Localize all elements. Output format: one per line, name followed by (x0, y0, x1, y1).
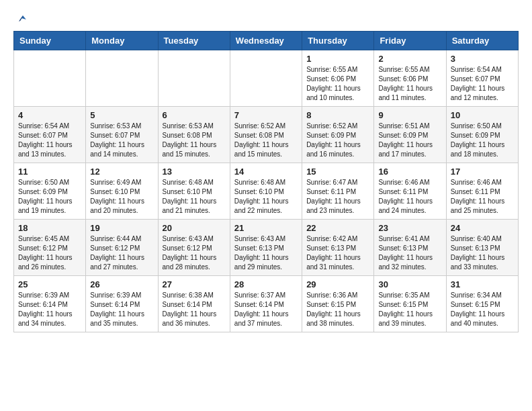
day-info: Sunrise: 6:53 AM Sunset: 6:08 PM Dayligh… (163, 122, 226, 159)
day-info: Sunrise: 6:52 AM Sunset: 6:09 PM Dayligh… (306, 122, 369, 159)
day-info: Sunrise: 6:51 AM Sunset: 6:09 PM Dayligh… (378, 122, 441, 159)
day-info: Sunrise: 6:35 AM Sunset: 6:15 PM Dayligh… (378, 291, 441, 328)
day-header-saturday: Saturday (446, 32, 518, 50)
day-info: Sunrise: 6:41 AM Sunset: 6:13 PM Dayligh… (378, 234, 441, 272)
day-header-friday: Friday (374, 32, 446, 50)
day-info: Sunrise: 6:47 AM Sunset: 6:11 PM Dayligh… (306, 178, 369, 216)
day-number: 30 (378, 279, 441, 289)
day-info: Sunrise: 6:43 AM Sunset: 6:13 PM Dayligh… (234, 234, 298, 272)
calendar-cell: 6Sunrise: 6:53 AM Sunset: 6:08 PM Daylig… (158, 107, 230, 163)
day-info: Sunrise: 6:39 AM Sunset: 6:14 PM Dayligh… (18, 291, 81, 328)
day-info: Sunrise: 6:48 AM Sunset: 6:10 PM Dayligh… (163, 178, 226, 216)
calendar-cell: 24Sunrise: 6:40 AM Sunset: 6:13 PM Dayli… (446, 220, 518, 276)
day-number: 1 (306, 54, 369, 64)
day-number: 15 (306, 167, 369, 177)
day-info: Sunrise: 6:54 AM Sunset: 6:07 PM Dayligh… (18, 122, 81, 159)
day-number: 31 (451, 279, 514, 289)
day-info: Sunrise: 6:43 AM Sunset: 6:12 PM Dayligh… (163, 234, 226, 272)
day-info: Sunrise: 6:50 AM Sunset: 6:09 PM Dayligh… (451, 122, 514, 159)
day-number: 5 (90, 110, 153, 120)
day-info: Sunrise: 6:53 AM Sunset: 6:07 PM Dayligh… (90, 122, 153, 159)
day-number: 14 (234, 167, 298, 177)
calendar-cell (14, 50, 86, 107)
calendar-cell (86, 50, 158, 107)
calendar-week-row: 18Sunrise: 6:45 AM Sunset: 6:12 PM Dayli… (14, 220, 519, 276)
calendar-cell: 7Sunrise: 6:52 AM Sunset: 6:08 PM Daylig… (230, 107, 302, 163)
calendar-cell: 22Sunrise: 6:42 AM Sunset: 6:13 PM Dayli… (302, 220, 374, 276)
calendar-cell: 15Sunrise: 6:47 AM Sunset: 6:11 PM Dayli… (302, 163, 374, 220)
calendar-week-row: 1Sunrise: 6:55 AM Sunset: 6:06 PM Daylig… (14, 50, 519, 107)
logo-bird-icon (15, 13, 27, 26)
calendar-cell: 30Sunrise: 6:35 AM Sunset: 6:15 PM Dayli… (374, 276, 446, 332)
calendar-cell: 27Sunrise: 6:38 AM Sunset: 6:14 PM Dayli… (158, 276, 230, 332)
day-number: 22 (306, 223, 369, 233)
calendar-cell (158, 50, 230, 107)
calendar-cell: 13Sunrise: 6:48 AM Sunset: 6:10 PM Dayli… (158, 163, 230, 220)
day-info: Sunrise: 6:45 AM Sunset: 6:12 PM Dayligh… (18, 234, 81, 272)
calendar-cell: 1Sunrise: 6:55 AM Sunset: 6:06 PM Daylig… (302, 50, 374, 107)
day-number: 4 (18, 110, 81, 120)
calendar-cell: 31Sunrise: 6:34 AM Sunset: 6:15 PM Dayli… (446, 276, 518, 332)
day-number: 25 (18, 279, 81, 289)
day-number: 6 (163, 110, 226, 120)
day-header-tuesday: Tuesday (158, 32, 230, 50)
calendar-cell: 20Sunrise: 6:43 AM Sunset: 6:12 PM Dayli… (158, 220, 230, 276)
day-number: 11 (18, 167, 81, 177)
day-number: 28 (234, 279, 298, 289)
day-number: 24 (451, 223, 514, 233)
calendar-week-row: 11Sunrise: 6:50 AM Sunset: 6:09 PM Dayli… (14, 163, 519, 220)
day-info: Sunrise: 6:40 AM Sunset: 6:13 PM Dayligh… (451, 234, 514, 272)
day-number: 23 (378, 223, 441, 233)
day-info: Sunrise: 6:37 AM Sunset: 6:14 PM Dayligh… (234, 291, 298, 328)
day-number: 27 (163, 279, 226, 289)
calendar-cell: 12Sunrise: 6:49 AM Sunset: 6:10 PM Dayli… (86, 163, 158, 220)
calendar-cell: 9Sunrise: 6:51 AM Sunset: 6:09 PM Daylig… (374, 107, 446, 163)
day-info: Sunrise: 6:46 AM Sunset: 6:11 PM Dayligh… (378, 178, 441, 216)
day-header-thursday: Thursday (302, 32, 374, 50)
calendar-table: SundayMondayTuesdayWednesdayThursdayFrid… (13, 31, 519, 332)
calendar-cell: 26Sunrise: 6:39 AM Sunset: 6:14 PM Dayli… (86, 276, 158, 332)
calendar-cell: 11Sunrise: 6:50 AM Sunset: 6:09 PM Dayli… (14, 163, 86, 220)
day-info: Sunrise: 6:55 AM Sunset: 6:06 PM Dayligh… (378, 65, 441, 103)
day-number: 9 (378, 110, 441, 120)
calendar-cell: 2Sunrise: 6:55 AM Sunset: 6:06 PM Daylig… (374, 50, 446, 107)
day-info: Sunrise: 6:36 AM Sunset: 6:15 PM Dayligh… (306, 291, 369, 328)
day-info: Sunrise: 6:50 AM Sunset: 6:09 PM Dayligh… (18, 178, 81, 216)
calendar-cell: 8Sunrise: 6:52 AM Sunset: 6:09 PM Daylig… (302, 107, 374, 163)
day-number: 3 (451, 54, 514, 64)
calendar-cell: 18Sunrise: 6:45 AM Sunset: 6:12 PM Dayli… (14, 220, 86, 276)
day-info: Sunrise: 6:39 AM Sunset: 6:14 PM Dayligh… (90, 291, 153, 328)
calendar-cell: 28Sunrise: 6:37 AM Sunset: 6:14 PM Dayli… (230, 276, 302, 332)
calendar-cell: 17Sunrise: 6:46 AM Sunset: 6:11 PM Dayli… (446, 163, 518, 220)
day-info: Sunrise: 6:34 AM Sunset: 6:15 PM Dayligh… (451, 291, 514, 328)
calendar-header-row: SundayMondayTuesdayWednesdayThursdayFrid… (14, 32, 519, 50)
day-header-monday: Monday (86, 32, 158, 50)
day-info: Sunrise: 6:44 AM Sunset: 6:12 PM Dayligh… (90, 234, 153, 272)
calendar-cell: 5Sunrise: 6:53 AM Sunset: 6:07 PM Daylig… (86, 107, 158, 163)
day-info: Sunrise: 6:52 AM Sunset: 6:08 PM Dayligh… (234, 122, 298, 159)
day-number: 21 (234, 223, 298, 233)
day-number: 20 (163, 223, 226, 233)
day-number: 7 (234, 110, 298, 120)
svg-marker-1 (19, 15, 23, 21)
day-number: 10 (451, 110, 514, 120)
calendar-cell: 10Sunrise: 6:50 AM Sunset: 6:09 PM Dayli… (446, 107, 518, 163)
day-number: 16 (378, 167, 441, 177)
day-number: 13 (163, 167, 226, 177)
day-number: 2 (378, 54, 441, 64)
calendar-cell: 25Sunrise: 6:39 AM Sunset: 6:14 PM Dayli… (14, 276, 86, 332)
day-number: 8 (306, 110, 369, 120)
day-number: 19 (90, 223, 153, 233)
day-number: 26 (90, 279, 153, 289)
calendar-week-row: 25Sunrise: 6:39 AM Sunset: 6:14 PM Dayli… (14, 276, 519, 332)
calendar-cell: 14Sunrise: 6:48 AM Sunset: 6:10 PM Dayli… (230, 163, 302, 220)
day-info: Sunrise: 6:38 AM Sunset: 6:14 PM Dayligh… (163, 291, 226, 328)
calendar-cell: 21Sunrise: 6:43 AM Sunset: 6:13 PM Dayli… (230, 220, 302, 276)
day-number: 29 (306, 279, 369, 289)
day-info: Sunrise: 6:48 AM Sunset: 6:10 PM Dayligh… (234, 178, 298, 216)
calendar-cell: 29Sunrise: 6:36 AM Sunset: 6:15 PM Dayli… (302, 276, 374, 332)
calendar-cell: 16Sunrise: 6:46 AM Sunset: 6:11 PM Dayli… (374, 163, 446, 220)
logo (13, 13, 27, 24)
day-info: Sunrise: 6:55 AM Sunset: 6:06 PM Dayligh… (306, 65, 369, 103)
calendar-cell: 3Sunrise: 6:54 AM Sunset: 6:07 PM Daylig… (446, 50, 518, 107)
